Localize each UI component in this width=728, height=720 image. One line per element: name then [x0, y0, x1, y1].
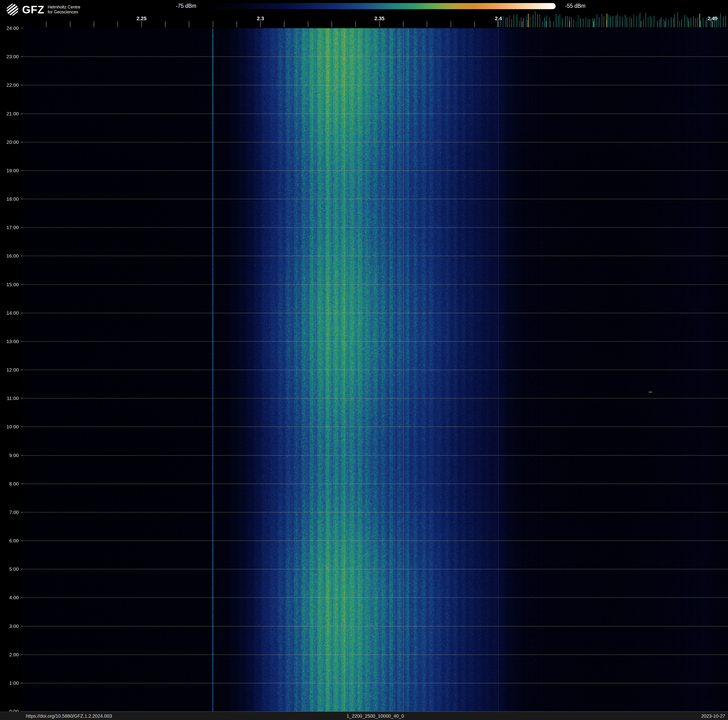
time-minor-tick — [21, 512, 23, 513]
brand-subtitle-line1: Helmholtz Centre — [48, 5, 80, 10]
time-minor-tick — [21, 426, 23, 427]
header-bar: GFZ Helmholtz Centre for Geosciences -75… — [0, 0, 728, 28]
time-tick-label: 19:00 — [6, 168, 19, 173]
gfz-logo-icon — [6, 3, 19, 16]
time-tick-label: 18:00 — [6, 196, 19, 202]
time-tick-label: 6:00 — [9, 538, 19, 544]
time-tick-label: 12:00 — [6, 367, 19, 373]
time-tick-label: 14:00 — [6, 310, 19, 316]
time-minor-tick — [21, 654, 23, 655]
time-minor-tick — [21, 484, 23, 484]
dataset-id: 1_2200_2500_10000_40_0 — [23, 713, 728, 718]
time-minor-tick — [21, 284, 23, 285]
time-minor-tick — [21, 199, 23, 199]
time-minor-tick — [21, 370, 23, 370]
time-tick-label: 8:00 — [9, 481, 19, 487]
time-minor-tick — [21, 597, 23, 598]
colorbar-max-label: -55 dBm — [565, 3, 586, 9]
time-tick-label: 23:00 — [6, 54, 19, 60]
colorbar-gradient — [202, 3, 556, 9]
time-tick-label: 5:00 — [9, 566, 19, 572]
time-tick-label: 9:00 — [9, 453, 19, 458]
time-minor-tick — [21, 541, 23, 541]
spectrogram-canvas — [23, 28, 728, 712]
time-minor-tick — [21, 569, 23, 569]
time-minor-tick — [21, 28, 23, 28]
time-tick-label: 17:00 — [6, 225, 19, 230]
time-minor-tick — [21, 256, 23, 256]
time-minor-tick — [21, 626, 23, 627]
time-axis: 24:0023:0022:0021:0020:0019:0018:0017:00… — [0, 28, 23, 712]
time-tick-label: 21:00 — [6, 111, 19, 116]
brand-subtitle-line2: for Geosciences — [48, 10, 80, 15]
footer-bar: https://doi.org/10.5880/GFZ.1.2.2024.003… — [0, 712, 728, 720]
time-tick-label: 22:00 — [6, 82, 19, 88]
time-minor-tick — [21, 57, 23, 57]
spectrogram-plot — [23, 28, 728, 712]
brand-text: GFZ — [22, 4, 44, 15]
time-tick-label: 2:00 — [9, 652, 19, 657]
time-tick-label: 7:00 — [9, 509, 19, 515]
time-minor-tick — [21, 398, 23, 398]
time-tick-label: 24:00 — [6, 25, 19, 31]
time-minor-tick — [21, 683, 23, 683]
time-tick-label: 10:00 — [6, 424, 19, 430]
time-tick-label: 11:00 — [7, 395, 19, 401]
time-tick-label: 1:00 — [9, 680, 19, 686]
time-tick-label: 15:00 — [6, 282, 19, 287]
time-minor-tick — [21, 341, 23, 342]
gfz-logo: GFZ Helmholtz Centre for Geosciences — [6, 3, 80, 16]
time-minor-tick — [21, 85, 23, 85]
time-minor-tick — [21, 113, 23, 114]
brand-subtitle: Helmholtz Centre for Geosciences — [48, 5, 80, 15]
colorbar-min-label: -75 dBm — [164, 3, 196, 9]
colorbar-legend: -75 dBm -55 dBm — [164, 3, 586, 9]
time-tick-label: 20:00 — [6, 139, 19, 145]
time-minor-tick — [21, 227, 23, 228]
time-tick-label: 4:00 — [9, 595, 19, 601]
time-tick-label: 16:00 — [6, 253, 19, 259]
time-minor-tick — [21, 142, 23, 142]
time-tick-label: 3:00 — [9, 623, 19, 629]
time-tick-label: 13:00 — [6, 339, 19, 344]
time-minor-tick — [21, 455, 23, 456]
date-label: 2023-10-27 — [701, 713, 725, 718]
time-minor-tick — [21, 313, 23, 313]
time-minor-tick — [21, 170, 23, 171]
